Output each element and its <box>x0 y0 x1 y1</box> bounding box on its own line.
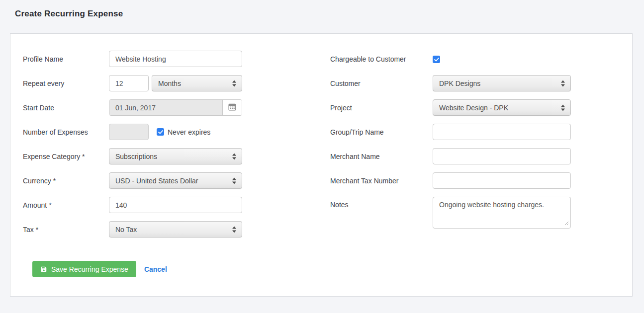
notes-label: Notes <box>330 197 433 209</box>
customer-label: Customer <box>330 79 433 87</box>
number-of-expenses-input[interactable] <box>109 124 149 140</box>
profile-name-row: Profile Name <box>23 51 242 67</box>
start-date-group: 01 Jun, 2017 <box>109 99 242 116</box>
amount-row: Amount * <box>23 197 242 213</box>
start-date-label: Start Date <box>23 104 109 112</box>
repeat-unit-value: Months <box>158 79 181 87</box>
amount-label: Amount * <box>23 201 109 209</box>
merchant-tax-label: Merchant Tax Number <box>330 177 433 185</box>
save-button-label: Save Recurring Expense <box>51 265 128 273</box>
repeat-every-label: Repeat every <box>23 79 109 87</box>
merchant-name-label: Merchant Name <box>330 153 433 160</box>
customer-value: DPK Designs <box>439 79 480 87</box>
tax-row: Tax * No Tax <box>23 221 242 237</box>
form-right-column: Chargeable to Customer Customer DPK Desi… <box>330 51 571 238</box>
merchant-name-input[interactable] <box>433 148 571 164</box>
cancel-link[interactable]: Cancel <box>144 265 167 273</box>
chargeable-checkbox[interactable] <box>433 56 440 63</box>
project-value: Website Design - DPK <box>439 104 508 112</box>
customer-row: Customer DPK Designs <box>330 75 571 91</box>
never-expires-label: Never expires <box>168 128 210 136</box>
checkmark-icon <box>158 130 163 134</box>
chevron-up-down-icon <box>232 153 237 159</box>
number-of-expenses-label: Number of Expenses <box>23 128 109 136</box>
group-trip-label: Group/Trip Name <box>330 128 433 136</box>
save-button[interactable]: Save Recurring Expense <box>32 261 136 277</box>
tax-label: Tax * <box>23 226 109 234</box>
chargeable-label: Chargeable to Customer <box>330 55 433 63</box>
merchant-name-row: Merchant Name <box>330 148 571 164</box>
profile-name-label: Profile Name <box>23 55 109 63</box>
expense-category-row: Expense Category * Subscriptions <box>23 148 242 164</box>
currency-select[interactable]: USD - United States Dollar <box>109 172 242 189</box>
customer-select[interactable]: DPK Designs <box>433 75 571 91</box>
start-date-value: 01 Jun, 2017 <box>109 100 223 115</box>
notes-row: Notes Ongoing website hosting charges. <box>330 197 571 231</box>
repeat-every-row: Repeat every Months <box>23 75 242 91</box>
chargeable-row: Chargeable to Customer <box>330 51 571 67</box>
currency-row: Currency * USD - United States Dollar <box>23 172 242 189</box>
expense-category-select[interactable]: Subscriptions <box>109 148 242 164</box>
chevron-up-down-icon <box>561 104 565 111</box>
page-title: Create Recurring Expense <box>15 9 123 19</box>
number-of-expenses-row: Number of Expenses Never expires <box>23 124 242 140</box>
start-date-row: Start Date 01 Jun, 2017 <box>23 99 242 116</box>
profile-name-input[interactable] <box>109 51 242 67</box>
chevron-up-down-icon <box>232 226 237 233</box>
form-card: Profile Name Repeat every Months Start D… <box>10 33 633 297</box>
calendar-button[interactable] <box>223 100 242 115</box>
merchant-tax-input[interactable] <box>433 172 571 189</box>
repeat-unit-select[interactable]: Months <box>152 75 242 91</box>
never-expires-option: Never expires <box>157 128 210 136</box>
expense-category-value: Subscriptions <box>115 153 157 160</box>
calendar-icon <box>228 103 236 112</box>
expense-category-label: Expense Category * <box>23 153 109 160</box>
tax-value: No Tax <box>115 226 137 234</box>
currency-value: USD - United States Dollar <box>115 177 198 185</box>
project-label: Project <box>330 104 433 112</box>
tax-select[interactable]: No Tax <box>109 221 242 237</box>
amount-input[interactable] <box>109 197 242 213</box>
currency-label: Currency * <box>23 177 109 185</box>
project-select[interactable]: Website Design - DPK <box>433 99 571 116</box>
notes-textarea[interactable]: Ongoing website hosting charges. <box>433 197 571 229</box>
chevron-up-down-icon <box>232 80 237 86</box>
chevron-up-down-icon <box>232 177 237 184</box>
never-expires-checkbox[interactable] <box>157 128 164 136</box>
form-actions: Save Recurring Expense Cancel <box>32 261 167 277</box>
form-left-column: Profile Name Repeat every Months Start D… <box>23 51 242 245</box>
number-of-expenses-group: Never expires <box>109 124 242 140</box>
repeat-every-group: Months <box>109 75 242 91</box>
repeat-every-input[interactable] <box>109 75 149 91</box>
merchant-tax-row: Merchant Tax Number <box>330 172 571 189</box>
chevron-up-down-icon <box>561 80 565 86</box>
group-trip-input[interactable] <box>433 124 571 140</box>
checkmark-icon <box>434 58 439 62</box>
save-icon <box>40 266 47 273</box>
project-row: Project Website Design - DPK <box>330 99 571 116</box>
group-trip-row: Group/Trip Name <box>330 124 571 140</box>
